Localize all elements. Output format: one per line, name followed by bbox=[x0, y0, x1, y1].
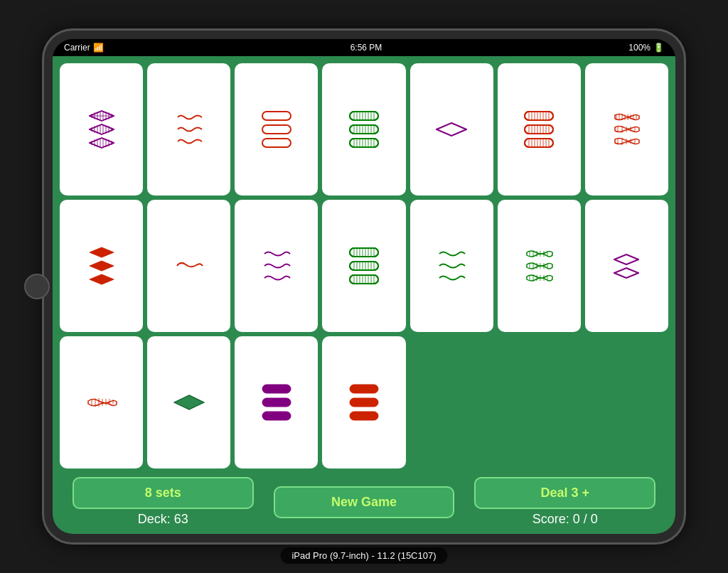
card-r2c1[interactable] bbox=[60, 200, 143, 332]
card-r3c1[interactable] bbox=[60, 336, 143, 468]
game-area: 8 sets Deck: 63 New Game Deal 3 + Score:… bbox=[53, 56, 675, 534]
card-r3c4[interactable] bbox=[322, 336, 405, 468]
card-r1c3[interactable] bbox=[235, 63, 318, 196]
card-r2c5[interactable] bbox=[410, 200, 493, 332]
status-time: 6:56 PM bbox=[350, 43, 382, 53]
svg-rect-176 bbox=[262, 412, 291, 420]
svg-marker-113 bbox=[90, 247, 114, 257]
status-right: 100% 🔋 bbox=[628, 43, 664, 53]
svg-marker-115 bbox=[90, 274, 114, 284]
svg-rect-32 bbox=[262, 125, 291, 134]
bottom-bar: 8 sets Deck: 63 New Game Deal 3 + Score:… bbox=[60, 473, 668, 527]
svg-marker-114 bbox=[90, 261, 114, 271]
device-label: iPad Pro (9.7-inch) - 11.2 (15C107) bbox=[280, 547, 447, 564]
battery-text: 100% bbox=[628, 43, 651, 53]
status-bar: Carrier 📶 6:56 PM 100% 🔋 bbox=[53, 39, 675, 56]
carrier-text: Carrier bbox=[64, 43, 90, 53]
deal-button[interactable]: Deal 3 + bbox=[474, 477, 655, 509]
card-r3c2[interactable] bbox=[147, 336, 230, 468]
status-left: Carrier 📶 bbox=[64, 43, 104, 53]
svg-marker-173 bbox=[174, 395, 204, 409]
deal-section: Deal 3 + Score: 0 / 0 bbox=[464, 477, 665, 527]
card-row-2 bbox=[60, 200, 668, 332]
svg-marker-64 bbox=[437, 123, 466, 136]
svg-marker-165 bbox=[614, 268, 638, 278]
card-r2c4[interactable] bbox=[322, 200, 405, 332]
svg-rect-174 bbox=[262, 385, 291, 393]
svg-marker-30 bbox=[90, 138, 114, 148]
card-r3c5-empty bbox=[410, 336, 493, 468]
card-r2c6[interactable] bbox=[498, 200, 581, 332]
card-r2c7[interactable] bbox=[585, 200, 668, 332]
card-r1c2[interactable] bbox=[147, 63, 230, 196]
svg-marker-20 bbox=[90, 124, 114, 134]
svg-rect-179 bbox=[350, 412, 378, 420]
svg-rect-178 bbox=[350, 398, 378, 407]
card-row-1 bbox=[60, 63, 668, 196]
card-r3c6-empty bbox=[498, 336, 581, 468]
device-screen: Carrier 📶 6:56 PM 100% 🔋 bbox=[53, 39, 675, 534]
card-r1c7[interactable] bbox=[585, 63, 668, 196]
svg-rect-175 bbox=[262, 398, 291, 407]
score-label: Score: 0 / 0 bbox=[532, 512, 598, 527]
new-game-section: New Game bbox=[264, 486, 465, 518]
card-r2c2[interactable] bbox=[147, 200, 230, 332]
battery-icon: 🔋 bbox=[653, 43, 664, 53]
card-r2c3[interactable] bbox=[235, 200, 318, 332]
home-button[interactable] bbox=[24, 274, 50, 299]
new-game-button[interactable]: New Game bbox=[274, 486, 454, 518]
svg-marker-21 bbox=[90, 138, 114, 148]
cards-grid bbox=[60, 63, 668, 468]
card-r3c7-empty bbox=[585, 336, 668, 468]
device-frame: Carrier 📶 6:56 PM 100% 🔋 bbox=[44, 31, 684, 542]
sets-button[interactable]: 8 sets bbox=[73, 477, 253, 509]
card-r1c1[interactable] bbox=[60, 63, 143, 196]
card-r1c4[interactable] bbox=[322, 63, 405, 196]
sets-section: 8 sets Deck: 63 bbox=[63, 477, 264, 527]
svg-rect-31 bbox=[262, 112, 291, 120]
card-r1c6[interactable] bbox=[498, 63, 581, 196]
wifi-icon: 📶 bbox=[93, 43, 104, 53]
svg-marker-11 bbox=[90, 124, 114, 134]
svg-rect-33 bbox=[262, 139, 291, 147]
card-row-3 bbox=[60, 336, 668, 468]
card-r1c5[interactable] bbox=[410, 63, 493, 196]
deck-label: Deck: 63 bbox=[138, 512, 188, 527]
svg-rect-177 bbox=[350, 385, 378, 393]
svg-marker-164 bbox=[614, 255, 638, 264]
card-r3c3[interactable] bbox=[235, 336, 318, 468]
